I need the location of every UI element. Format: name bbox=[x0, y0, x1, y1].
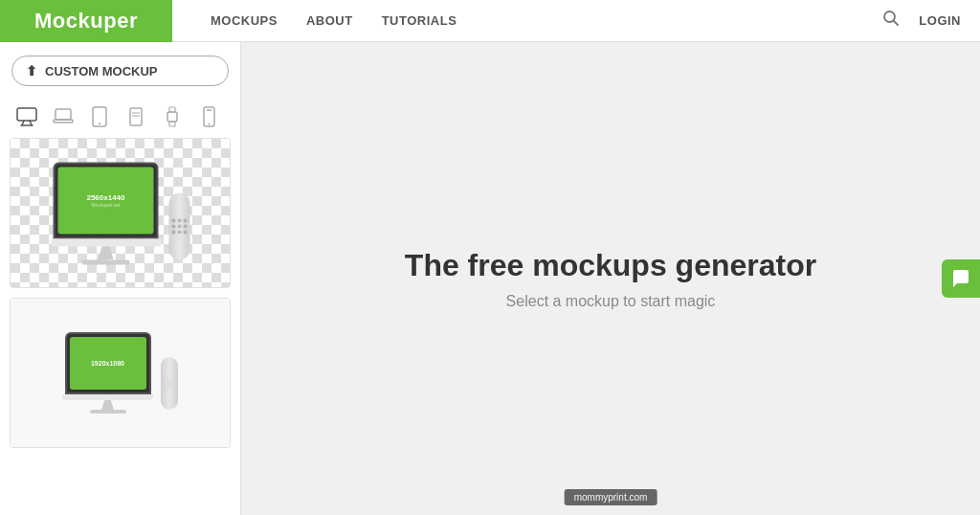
mockup-list: 2560x1440 Mockuper.net bbox=[0, 138, 240, 515]
svg-point-9 bbox=[99, 123, 100, 124]
nav-tutorials[interactable]: TUTORIALS bbox=[382, 13, 457, 28]
mockup-1-devices: 2560x1440 Mockuper.net bbox=[51, 162, 189, 264]
device-icon-bar bbox=[0, 100, 240, 138]
white-bg: 1920x1080  bbox=[11, 299, 230, 447]
logo-text: Mockuper bbox=[34, 9, 138, 34]
header-right: LOGIN bbox=[882, 10, 961, 32]
monitor-chin-2 bbox=[62, 394, 153, 400]
mockup-card-1[interactable]: 2560x1440 Mockuper.net bbox=[10, 138, 231, 288]
mac-pro-tower bbox=[168, 192, 189, 259]
svg-rect-7 bbox=[54, 120, 73, 123]
phone-device-icon[interactable] bbox=[193, 103, 224, 130]
mockup-image-1: 2560x1440 Mockuper.net bbox=[11, 139, 230, 287]
mockup-card-2[interactable]: 1920x1080  bbox=[10, 298, 231, 448]
mockup-image-2: 1920x1080  bbox=[11, 299, 230, 447]
monitor-stand bbox=[97, 246, 116, 259]
logo-area: Mockuper bbox=[0, 0, 172, 42]
svg-point-17 bbox=[208, 123, 210, 125]
main-heading: The free mockups generator bbox=[405, 248, 816, 283]
svg-rect-2 bbox=[17, 108, 36, 121]
nav-about[interactable]: ABOUT bbox=[306, 13, 353, 28]
bottom-bar: mommyprint.com bbox=[565, 489, 657, 505]
svg-line-1 bbox=[894, 21, 899, 26]
sidebar: ⬆ CUSTOM MOCKUP bbox=[0, 42, 241, 515]
monitor-base-2 bbox=[90, 410, 126, 414]
ereader-device-icon[interactable] bbox=[121, 103, 151, 130]
laptop-device-icon[interactable] bbox=[48, 103, 78, 130]
monitor-stand-2 bbox=[100, 400, 116, 410]
chat-button[interactable] bbox=[942, 259, 980, 298]
mac-pro-grid bbox=[171, 218, 187, 234]
bottom-bar-label: mommyprint.com bbox=[574, 492, 648, 503]
login-button[interactable]: LOGIN bbox=[919, 13, 961, 28]
custom-mockup-label: CUSTOM MOCKUP bbox=[45, 64, 157, 78]
svg-rect-13 bbox=[167, 112, 177, 122]
nav-mockups[interactable]: MOCKUPS bbox=[211, 13, 278, 28]
monitor-brand: Mockuper.net bbox=[91, 202, 120, 208]
imac-monitor-2: 1920x1080 bbox=[62, 332, 153, 414]
monitor-screen-2: 1920x1080 bbox=[70, 337, 146, 390]
main-area: ⬆ CUSTOM MOCKUP bbox=[0, 42, 980, 515]
apple-logo-icon:  bbox=[167, 378, 171, 389]
nav: MOCKUPS ABOUT TUTORIALS bbox=[211, 13, 457, 28]
tablet-device-icon[interactable] bbox=[84, 103, 115, 130]
svg-rect-6 bbox=[56, 109, 71, 120]
upload-icon: ⬆ bbox=[26, 63, 37, 78]
mac-pro-tower-2:  bbox=[161, 357, 178, 410]
desktop-device-icon[interactable] bbox=[11, 103, 42, 130]
imac-monitor-1: 2560x1440 Mockuper.net bbox=[51, 162, 161, 264]
search-icon[interactable] bbox=[882, 10, 900, 32]
checkered-bg: 2560x1440 Mockuper.net bbox=[11, 139, 230, 287]
header: Mockuper MOCKUPS ABOUT TUTORIALS LOGIN bbox=[0, 0, 980, 42]
mockup-2-devices: 1920x1080  bbox=[62, 332, 178, 414]
monitor-base bbox=[82, 259, 130, 264]
monitor-screen-wrap-2: 1920x1080 bbox=[65, 332, 151, 394]
monitor-screen: 2560x1440 Mockuper.net bbox=[58, 167, 154, 234]
monitor-resolution: 2560x1440 bbox=[86, 193, 124, 202]
content-area: The free mockups generator Select a mock… bbox=[241, 42, 980, 515]
monitor-resolution-2: 1920x1080 bbox=[91, 360, 124, 367]
sub-heading: Select a mockup to start magic bbox=[506, 293, 716, 310]
monitor-screen-wrap: 2560x1440 Mockuper.net bbox=[54, 162, 159, 238]
smartwatch-device-icon[interactable] bbox=[157, 103, 188, 130]
monitor-chin bbox=[51, 238, 161, 246]
svg-rect-10 bbox=[130, 108, 142, 125]
custom-mockup-button[interactable]: ⬆ CUSTOM MOCKUP bbox=[11, 56, 229, 86]
